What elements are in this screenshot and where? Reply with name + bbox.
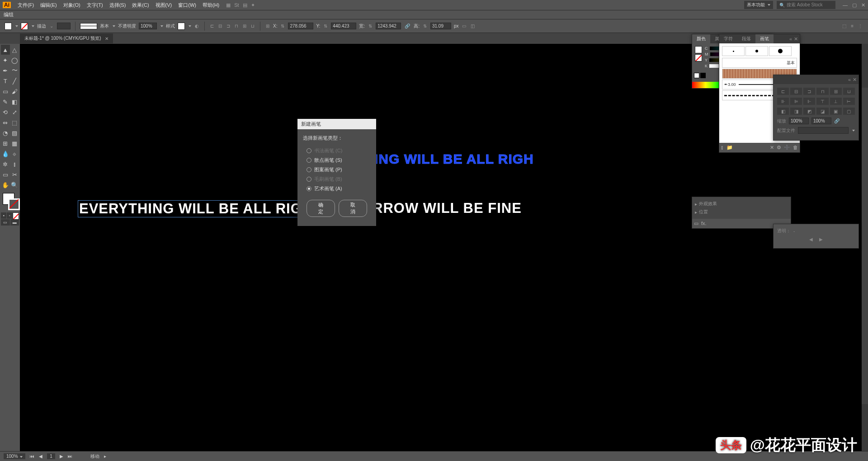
color-mode-row[interactable]: ▪▫ — [1, 212, 19, 219]
zoom-selector[interactable]: 100% — [4, 453, 25, 459]
align-buttons[interactable]: ⊏⊟⊐⊓⊞⊔ — [777, 88, 855, 95]
artwork-text-selected-left[interactable]: EVERYTHING WILL BE ALL RIG — [78, 200, 303, 217]
appearance-row-2[interactable]: ▸位置 — [695, 208, 788, 216]
menu-view[interactable]: 视图(V) — [152, 2, 175, 9]
link-xy2-icon[interactable]: ⇅ — [323, 24, 328, 28]
link-lock-icon[interactable]: 🔗 — [404, 24, 411, 28]
radio-pattern[interactable]: 图案画笔 (P) — [303, 165, 371, 174]
gradient-tool[interactable]: ▦ — [10, 138, 19, 148]
selection-tool[interactable]: ▲ — [1, 45, 10, 55]
remove-stroke-icon[interactable]: ✕ — [770, 145, 774, 151]
eyedropper-tool[interactable]: 💧 — [1, 149, 10, 159]
tab-close-icon[interactable]: ✕ — [105, 36, 108, 41]
arrange-docs-icon[interactable]: ▤ — [243, 2, 247, 8]
dialog-title[interactable]: 新建画笔 — [297, 119, 376, 129]
align-right-icon[interactable]: ⊐ — [226, 24, 231, 28]
hand-tool[interactable]: ✋ — [1, 180, 10, 190]
x-input[interactable] — [288, 23, 313, 29]
opacity-input[interactable] — [139, 23, 157, 29]
maximize-icon[interactable]: ▢ — [852, 2, 857, 8]
tab-color[interactable]: 颜色 — [692, 34, 710, 43]
minimize-icon[interactable]: — — [843, 2, 848, 8]
new-brush-icon[interactable]: ➕ — [784, 145, 790, 151]
align-left-icon[interactable]: ⊏ — [209, 24, 215, 28]
shape-props-icon[interactable]: ▭ — [461, 24, 467, 28]
distribute-buttons[interactable]: ⊪⊫⊩⊤⊥⊢ — [777, 98, 855, 105]
style-swatch[interactable] — [178, 23, 185, 30]
perspective-tool[interactable]: ▧ — [10, 128, 19, 138]
brush-folder-icon[interactable]: 📁 — [726, 145, 733, 151]
align-top-icon[interactable]: ⊓ — [234, 24, 239, 28]
transform-panel-icon[interactable]: ⬚ — [841, 24, 847, 28]
artboard-nav-prev-icon[interactable]: ◀ — [39, 454, 42, 459]
menu-type[interactable]: 文字(T) — [84, 2, 106, 9]
menu-file[interactable]: 文件(F) — [14, 2, 37, 9]
blend-tool[interactable]: ⟐ — [10, 149, 19, 159]
stock-icon[interactable]: St — [234, 2, 239, 8]
layer-toggle-icon[interactable]: ▭ — [694, 221, 698, 226]
lasso-tool[interactable]: ◯ — [10, 55, 19, 65]
more-icon[interactable]: ⋮ — [857, 24, 863, 28]
gpu-icon[interactable]: ✦ — [251, 2, 255, 8]
width-tool[interactable]: ⇔ — [1, 118, 10, 127]
recolor-icon[interactable]: ◐ — [194, 24, 200, 28]
scale-y-input[interactable] — [811, 118, 831, 124]
menu-select[interactable]: 选择(S) — [106, 2, 129, 9]
tab-brushes[interactable]: 画笔 — [755, 34, 774, 43]
artboard-nav-first-icon[interactable]: ⏮ — [30, 454, 34, 459]
align-bottom-icon[interactable]: ⊔ — [250, 24, 255, 28]
paintbrush-tool[interactable]: 🖌 — [10, 86, 19, 96]
panel-dock-strip[interactable] — [862, 88, 868, 404]
transform-anchor-icon[interactable]: ⊞ — [265, 24, 270, 28]
workspace-selector[interactable]: 基本功能 — [744, 1, 773, 9]
screen-mode-row[interactable]: ▭▬ — [1, 219, 19, 226]
artboard-tool[interactable]: ▭ — [1, 169, 10, 179]
link-scale-icon[interactable]: 🔗 — [834, 118, 840, 123]
ok-button[interactable]: 确定 — [307, 200, 335, 217]
shaper-tool[interactable]: ✎ — [1, 97, 10, 107]
direct-selection-tool[interactable]: △ — [10, 45, 19, 55]
magic-wand-tool[interactable]: ✦ — [1, 55, 10, 65]
type-tool[interactable]: T — [1, 76, 10, 86]
scale-x-input[interactable] — [789, 118, 809, 124]
delete-brush-icon[interactable]: 🗑 — [793, 145, 798, 151]
w-input[interactable] — [376, 23, 401, 29]
layer-fx-icon[interactable]: fx. — [701, 221, 707, 226]
radio-art[interactable]: 艺术画笔 (A) — [303, 184, 371, 193]
pathfinder-buttons[interactable]: ◧◨◩◪▣▢ — [777, 108, 855, 115]
stroke-weight-input[interactable] — [57, 23, 71, 29]
menu-object[interactable]: 对象(O) — [60, 2, 84, 9]
search-stock[interactable]: 🔍 搜索 Adobe Stock — [777, 1, 835, 9]
link-wh-icon[interactable]: ⇅ — [368, 24, 373, 28]
artboard-number[interactable]: 1 — [47, 453, 55, 459]
menu-help[interactable]: 帮助(H) — [199, 2, 222, 9]
appearance-row-1[interactable]: ▸外观效果 — [695, 200, 788, 208]
brush-basic[interactable]: 基本 — [722, 58, 797, 68]
zoom-tool[interactable]: 🔍 — [10, 180, 19, 190]
close-icon[interactable]: ✕ — [861, 2, 865, 8]
stroke-swatch[interactable] — [21, 23, 28, 30]
curvature-tool[interactable]: 〜 — [10, 66, 19, 75]
brush-preset-large[interactable] — [769, 46, 792, 56]
panel-stroke-swatch[interactable] — [695, 54, 702, 61]
menu-edit[interactable]: 编辑(E) — [37, 2, 60, 9]
next-icon[interactable]: ▶ — [819, 237, 823, 242]
status-more-icon[interactable]: ▸ — [104, 454, 106, 459]
tab-paragraph[interactable]: 段落 — [737, 34, 755, 43]
link-xy-icon[interactable]: ⇅ — [280, 24, 285, 28]
align-hcenter-icon[interactable]: ⊟ — [217, 24, 223, 28]
panel-close-icon[interactable]: ✕ — [794, 36, 798, 42]
fill-swatch[interactable] — [5, 23, 12, 30]
tab-character[interactable]: 字符 — [719, 34, 737, 43]
free-transform-tool[interactable]: ⬚ — [10, 118, 19, 127]
panel-collapse-icon[interactable]: « — [789, 36, 792, 42]
prev-icon[interactable]: ◀ — [809, 237, 813, 242]
artwork-text-outline[interactable]: ING WILL BE ALL RIGH — [374, 151, 534, 167]
shape-builder-tool[interactable]: ◔ — [1, 128, 10, 138]
brush-options-icon[interactable]: ⚙ — [777, 145, 781, 151]
chevron-down-icon[interactable]: ⌄ — [49, 24, 54, 28]
menu-window[interactable]: 窗口(W) — [175, 2, 199, 9]
artwork-text-right[interactable]: RROW WILL BE FINE — [373, 200, 522, 216]
brush-preset-small[interactable] — [722, 46, 745, 56]
bridge-icon[interactable]: ▦ — [226, 2, 231, 8]
